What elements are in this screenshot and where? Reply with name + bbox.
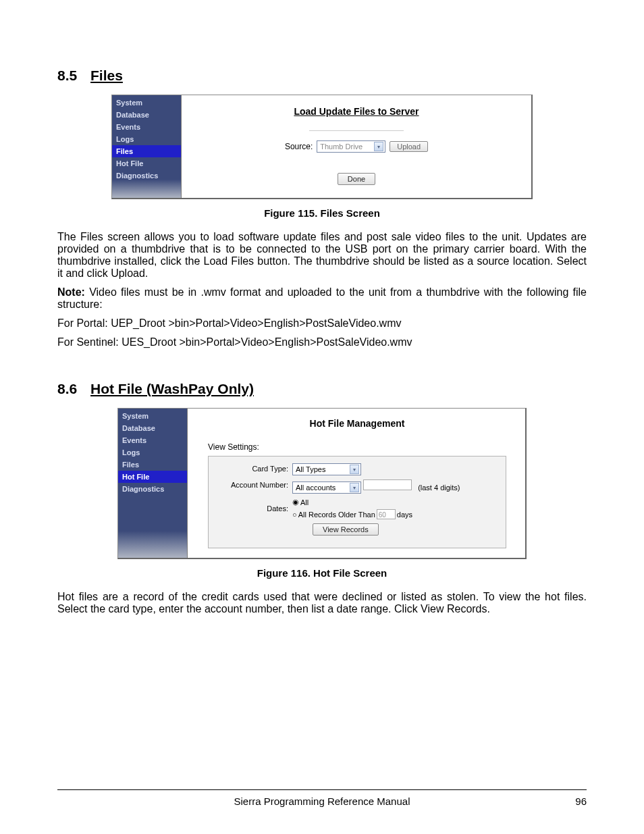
figure-caption: Figure 116. Hot File Screen (57, 567, 587, 579)
sidebar-item-hot-file[interactable]: Hot File (112, 157, 181, 170)
dates-label: Dates: (218, 498, 288, 513)
radio-older-label: All Records Older Than (298, 511, 375, 519)
chevron-down-icon: ▾ (350, 465, 359, 474)
card-type-label: Card Type: (218, 463, 288, 473)
footer-title: Sierra Programming Reference Manual (98, 796, 546, 807)
view-records-button[interactable]: View Records (313, 523, 379, 536)
path-paragraph: For Sentinel: UES_Droot >bin>Portal>Vide… (57, 336, 587, 348)
days-label: days (397, 511, 412, 519)
hotfile-sidebar: System Database Events Logs Files Hot Fi… (118, 409, 188, 558)
note-label: Note: (57, 286, 85, 298)
card-type-value: All Types (296, 465, 325, 473)
radio-all-label: All (300, 498, 308, 506)
section-heading: 8.5 Files (57, 68, 587, 84)
source-value: Thumb Drive (320, 142, 363, 151)
hotfile-panel-title: Hot File Management (208, 418, 506, 429)
days-input[interactable]: 60 (377, 509, 396, 519)
radio-all-icon[interactable]: ◉ (292, 498, 299, 506)
done-button[interactable]: Done (338, 173, 375, 185)
card-type-dropdown[interactable]: All Types ▾ (292, 463, 361, 475)
path-paragraph: For Portal: UEP_Droot >bin>Portal>Video>… (57, 317, 587, 330)
section-title: Hot File (WashPay Only) (90, 381, 254, 396)
account-dropdown[interactable]: All accounts ▾ (292, 481, 361, 494)
sidebar-item-logs[interactable]: Logs (118, 446, 187, 459)
sidebar-item-logs[interactable]: Logs (112, 133, 181, 145)
sidebar-item-diagnostics[interactable]: Diagnostics (112, 170, 181, 182)
divider (309, 130, 404, 131)
sidebar-item-events[interactable]: Events (118, 434, 187, 446)
settings-panel: Card Type: All Types ▾ Account Number: (208, 456, 506, 548)
source-dropdown[interactable]: Thumb Drive ▾ (317, 140, 385, 153)
sidebar-item-files[interactable]: Files (118, 459, 187, 471)
section-number: 8.6 (57, 381, 77, 396)
section-title: Files (90, 68, 123, 83)
figure-caption: Figure 115. Files Screen (57, 207, 587, 219)
sidebar-item-database[interactable]: Database (112, 109, 181, 121)
files-panel-title: Load Update Files to Server (202, 106, 511, 117)
footer-page-number: 96 (546, 796, 587, 807)
account-input[interactable] (363, 479, 412, 490)
note-text: Video files must be in .wmv format and u… (57, 286, 587, 310)
files-sidebar: System Database Events Logs Files Hot Fi… (112, 95, 182, 198)
sidebar-item-system[interactable]: System (118, 410, 187, 422)
sidebar-item-hot-file[interactable]: Hot File (118, 471, 187, 483)
sidebar-item-system[interactable]: System (112, 97, 181, 109)
account-value: All accounts (296, 484, 336, 492)
sidebar-item-database[interactable]: Database (118, 422, 187, 434)
body-paragraph: Hot files are a record of the credit car… (57, 591, 587, 615)
body-paragraph: The Files screen allows you to load soft… (57, 231, 587, 280)
sidebar-item-diagnostics[interactable]: Diagnostics (118, 483, 187, 495)
chevron-down-icon: ▾ (374, 142, 383, 151)
page-footer: Sierra Programming Reference Manual 96 (57, 789, 587, 807)
section-number: 8.5 (57, 68, 77, 83)
chevron-down-icon: ▾ (350, 483, 359, 492)
note-paragraph: Note: Video files must be in .wmv format… (57, 286, 587, 311)
upload-button[interactable]: Upload (390, 141, 428, 152)
account-hint: (last 4 digits) (418, 484, 460, 492)
radio-older-icon[interactable]: ○ (292, 511, 297, 519)
sidebar-item-files[interactable]: Files (112, 145, 181, 157)
view-settings-label: View Settings: (208, 442, 506, 452)
section-heading: 8.6 Hot File (WashPay Only) (57, 381, 587, 397)
source-label: Source: (285, 142, 313, 151)
account-number-label: Account Number: (218, 479, 288, 489)
sidebar-item-events[interactable]: Events (112, 121, 181, 133)
